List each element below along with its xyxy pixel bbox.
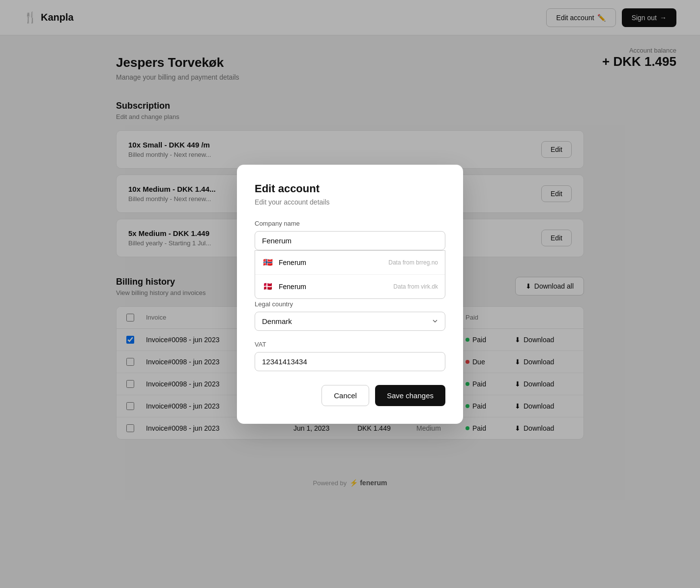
- autocomplete-dropdown: 🇳🇴 Fenerum Data from brreg.no 🇩🇰 Fenerum…: [255, 250, 445, 299]
- vat-group: VAT: [255, 341, 445, 371]
- edit-account-modal: Edit account Edit your account details C…: [237, 165, 463, 424]
- modal-title: Edit account: [255, 182, 445, 195]
- cancel-button[interactable]: Cancel: [321, 385, 369, 406]
- modal-subtitle: Edit your account details: [255, 198, 445, 206]
- cancel-label: Cancel: [334, 391, 357, 400]
- autocomplete-name-0: Fenerum: [279, 259, 306, 266]
- autocomplete-name-1: Fenerum: [279, 283, 306, 291]
- autocomplete-item-1[interactable]: 🇩🇰 Fenerum Data from virk.dk: [255, 275, 445, 298]
- modal-overlay[interactable]: Edit account Edit your account details C…: [0, 0, 700, 588]
- autocomplete-source-0: Data from brreg.no: [388, 259, 438, 266]
- autocomplete-item-0[interactable]: 🇳🇴 Fenerum Data from brreg.no: [255, 251, 445, 275]
- save-changes-button[interactable]: Save changes: [375, 385, 445, 406]
- autocomplete-source-1: Data from virk.dk: [393, 283, 438, 290]
- autocomplete-item-left-0: 🇳🇴 Fenerum: [262, 257, 306, 268]
- vat-label: VAT: [255, 341, 445, 348]
- flag-icon-0: 🇳🇴: [262, 257, 274, 268]
- autocomplete-items: 🇳🇴 Fenerum Data from brreg.no 🇩🇰 Fenerum…: [255, 251, 445, 298]
- autocomplete-item-left-1: 🇩🇰 Fenerum: [262, 281, 306, 293]
- company-name-label: Company name: [255, 220, 445, 227]
- legal-country-label: Legal country: [255, 300, 445, 308]
- legal-country-group: Legal country Denmark Norway Sweden Germ…: [255, 300, 445, 331]
- company-name-group: Company name 🇳🇴 Fenerum Data from brreg.…: [255, 220, 445, 250]
- save-label: Save changes: [387, 391, 434, 400]
- company-name-input[interactable]: [255, 231, 445, 250]
- vat-input[interactable]: [255, 352, 445, 371]
- flag-icon-1: 🇩🇰: [262, 281, 274, 293]
- modal-footer: Cancel Save changes: [255, 385, 445, 406]
- legal-country-select[interactable]: Denmark Norway Sweden Germany United Kin…: [255, 312, 445, 331]
